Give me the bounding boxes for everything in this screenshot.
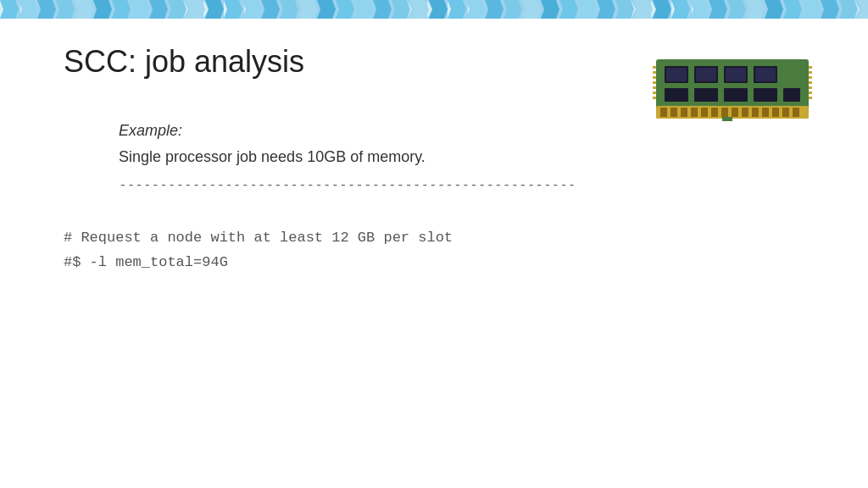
svg-marker-21	[317, 0, 336, 19]
svg-marker-39	[653, 0, 671, 19]
ram-chip-image	[648, 25, 817, 136]
svg-rect-64	[721, 108, 728, 117]
svg-rect-90	[653, 92, 656, 94]
code-directive-line: #$ -l mem_total=94G	[64, 251, 868, 275]
svg-rect-96	[809, 86, 812, 89]
svg-marker-35	[578, 0, 597, 19]
svg-rect-83	[754, 88, 777, 102]
svg-rect-58	[660, 108, 667, 117]
svg-marker-46	[783, 0, 802, 19]
svg-marker-4	[0, 0, 19, 19]
svg-marker-16	[224, 0, 242, 19]
svg-marker-33	[541, 0, 559, 19]
svg-marker-31	[504, 0, 522, 19]
svg-marker-49	[839, 0, 858, 19]
svg-rect-82	[724, 88, 748, 102]
svg-rect-84	[783, 88, 800, 102]
svg-marker-27	[429, 0, 448, 19]
svg-rect-78	[726, 68, 746, 81]
svg-marker-28	[448, 0, 466, 19]
svg-marker-5	[19, 0, 37, 19]
svg-rect-59	[670, 108, 677, 117]
svg-rect-87	[653, 76, 656, 79]
svg-marker-40	[671, 0, 690, 19]
svg-rect-66	[742, 108, 748, 117]
svg-marker-41	[690, 0, 709, 19]
svg-rect-95	[809, 81, 812, 84]
svg-marker-48	[821, 0, 839, 19]
svg-rect-98	[809, 97, 812, 99]
svg-marker-47	[802, 0, 821, 19]
svg-marker-36	[597, 0, 615, 19]
svg-marker-23	[354, 0, 373, 19]
svg-marker-10	[112, 0, 131, 19]
svg-rect-61	[691, 108, 698, 117]
svg-rect-79	[755, 68, 776, 81]
svg-marker-12	[149, 0, 168, 19]
svg-rect-69	[772, 108, 779, 117]
svg-rect-92	[809, 66, 812, 69]
svg-marker-18	[261, 0, 280, 19]
svg-rect-99	[722, 117, 732, 121]
code-section: # Request a node with at least 12 GB per…	[64, 226, 868, 275]
svg-rect-67	[752, 108, 759, 117]
svg-marker-6	[37, 0, 56, 19]
svg-marker-24	[373, 0, 392, 19]
svg-marker-9	[93, 0, 112, 19]
svg-rect-63	[711, 108, 718, 117]
svg-marker-44	[746, 0, 765, 19]
svg-marker-43	[727, 0, 746, 19]
svg-marker-22	[336, 0, 354, 19]
svg-rect-81	[694, 88, 718, 102]
svg-rect-62	[701, 108, 708, 117]
svg-rect-71	[793, 108, 799, 117]
svg-marker-30	[485, 0, 504, 19]
svg-marker-17	[242, 0, 261, 19]
svg-marker-13	[168, 0, 186, 19]
svg-marker-19	[280, 0, 298, 19]
svg-marker-42	[709, 0, 727, 19]
svg-marker-8	[75, 0, 93, 19]
svg-marker-20	[298, 0, 317, 19]
svg-rect-88	[653, 81, 656, 84]
svg-marker-50	[858, 0, 868, 19]
svg-marker-29	[466, 0, 485, 19]
svg-marker-32	[522, 0, 541, 19]
svg-rect-68	[762, 108, 769, 117]
svg-marker-14	[186, 0, 205, 19]
svg-rect-89	[653, 86, 656, 89]
example-text: Single processor job needs 10GB of memor…	[119, 148, 868, 166]
svg-rect-93	[809, 71, 812, 74]
svg-marker-37	[615, 0, 634, 19]
svg-rect-94	[809, 76, 812, 79]
svg-rect-85	[653, 66, 656, 69]
svg-rect-77	[696, 68, 716, 81]
svg-rect-70	[782, 108, 789, 117]
svg-marker-34	[559, 0, 578, 19]
code-comment-line: # Request a node with at least 12 GB per…	[64, 226, 868, 251]
svg-marker-38	[634, 0, 653, 19]
svg-rect-86	[653, 71, 656, 74]
top-chevron-bar	[0, 0, 868, 19]
svg-marker-15	[205, 0, 224, 19]
svg-marker-11	[131, 0, 149, 19]
svg-rect-76	[666, 68, 687, 81]
svg-marker-7	[56, 0, 75, 19]
svg-rect-60	[681, 108, 687, 117]
svg-marker-25	[392, 0, 410, 19]
svg-rect-91	[653, 97, 656, 99]
svg-rect-65	[732, 108, 738, 117]
svg-marker-45	[765, 0, 783, 19]
svg-marker-26	[410, 0, 429, 19]
svg-rect-97	[809, 92, 812, 94]
svg-rect-80	[665, 88, 688, 102]
divider-line: ----------------------------------------…	[119, 176, 868, 192]
